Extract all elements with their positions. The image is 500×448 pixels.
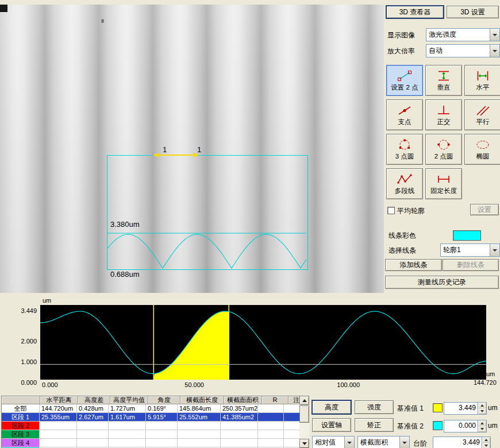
table-cell [221,430,258,439]
segment-label: 区段 3 [2,430,40,439]
3d-viewer-button[interactable]: 3D 查看器 [386,6,444,18]
table-row-3[interactable]: 区段 3 [2,430,300,439]
spin-down-button[interactable] [482,443,490,448]
y-tick-label: 2.000 [2,338,37,345]
parallel-icon [475,104,491,117]
table-cell [77,430,109,439]
table-header-row: 水平距离高度差高度平均值角度横截面长度横截面面积R注 [2,396,300,404]
height-mode-button[interactable]: 高度 [312,400,351,414]
spin-up-button[interactable] [482,437,490,443]
table-row-2[interactable]: 区段 2 [2,422,300,430]
reference2-color-swatch[interactable] [433,421,443,430]
tool-fixed-length-button[interactable]: 固定长度 [425,168,462,199]
reference1-unit: um [488,404,498,412]
table-row-4[interactable]: 区段 4 [2,439,300,447]
table-cell: 144.720um [40,404,77,413]
reference1-label: 基准值 1 [397,404,424,414]
tool-ellipse-button[interactable]: 椭圆 [464,134,500,165]
line-color-label: 线条彩色 [389,231,416,241]
tool-vertical-button[interactable]: 垂直 [425,65,462,96]
table-cell [40,439,77,447]
profile-settings-button[interactable]: 设置 [470,204,499,215]
chevron-down-icon[interactable] [344,437,354,448]
measurement-region-outline[interactable] [107,155,308,270]
tool-parallel-button[interactable]: 平行 [464,99,500,130]
tool-two-point-button[interactable]: 设置 2 点 [386,65,423,96]
tool-label: 设置 2 点 [391,83,418,92]
correction-button[interactable]: 矫正 [355,418,394,432]
spin-down-button[interactable] [478,408,486,414]
table-header-cell[interactable]: 高度差 [78,396,110,404]
set-axis-button[interactable]: 设置轴 [312,418,351,432]
reference2-value[interactable]: 0.000 [444,420,478,432]
chevron-down-icon[interactable] [490,29,499,41]
add-line-button[interactable]: 添加线条 [385,259,442,271]
table-cell [258,439,284,447]
table-header-cell[interactable]: 角度 [148,396,180,404]
average-profile-label: 平均轮廓 [397,206,425,216]
chevron-down-icon[interactable] [399,437,409,448]
tool-orthogonal-button[interactable]: 正交 [425,99,462,130]
microscope-image-view[interactable]: 1 1 3.380um 0.688um [0,5,384,293]
table-header-cell[interactable]: 水平距离 [40,396,78,404]
table-header-cell[interactable]: 横截面长度 [180,396,224,404]
table-header-cell[interactable]: 横截面面积 [224,396,262,404]
reference2-label: 基准值 2 [397,422,424,431]
line-color-swatch[interactable] [453,230,481,241]
arrow-down-icon [302,442,307,445]
display-image-select[interactable]: 激光强度 [426,28,500,41]
step-label: 台阶 [413,439,427,448]
table-cell [77,422,109,430]
magnification-value: 自动 [426,45,490,57]
table-row-0[interactable]: 全部144.720um0.428um1.727um0.169°145.864um… [2,404,300,413]
step-value[interactable]: 3.449 [433,437,482,448]
table-header-cell[interactable]: 注 [289,396,301,404]
tool-circle-3pt-button[interactable]: 3 点圆 [386,134,423,165]
scrollbar-thumb[interactable] [299,405,309,423]
relative-value-select[interactable]: 相对值 [312,436,355,448]
intensity-mode-button[interactable]: 强度 [355,400,394,414]
average-profile-checkbox[interactable] [387,207,395,214]
reference1-color-swatch[interactable] [433,403,443,412]
table-cell: 25.552um [178,413,221,422]
table-header-cell[interactable]: 高度平均值 [110,396,148,404]
segment-label: 全部 [2,404,40,413]
tool-label: 3 点圆 [395,152,414,161]
spin-up-button[interactable] [478,403,486,408]
magnification-select[interactable]: 自动 [426,44,500,57]
line-select[interactable]: 轮廓1 [440,244,500,257]
spin-down-button[interactable] [478,426,486,432]
3d-settings-button[interactable]: 3D 设置 [447,6,499,18]
scroll-up-button[interactable] [299,396,309,405]
reference2-spinner[interactable]: 0.000 [444,420,487,432]
delete-line-button[interactable]: 删除线条 [443,259,499,271]
table-header-cell[interactable]: R [262,396,289,404]
measure-line-handles[interactable] [152,151,200,159]
tool-label: 支点 [398,118,411,126]
measurement-history-button[interactable]: 测量线历史记录 [385,276,499,289]
cross-section-select[interactable]: 横截面积 [357,436,410,448]
tool-horizontal-button[interactable]: 水平 [464,65,500,96]
reference1-spinner[interactable]: 3.449 [444,402,487,415]
marker-label-2: 1 [197,145,201,154]
height-value-label: 3.380um [110,220,140,229]
reference1-value[interactable]: 3.449 [444,403,478,414]
table-cell: 41.385um2 [221,413,258,422]
tool-pivot-button[interactable]: 支点 [386,99,423,130]
display-image-value: 激光强度 [426,29,490,41]
step-value-spinner[interactable]: 3.449 [433,437,491,448]
tool-circle-2pt-button[interactable]: 2 点圆 [425,134,462,165]
tool-polyline-button[interactable]: 多段线 [386,168,423,199]
table-scrollbar[interactable] [299,396,309,448]
chevron-down-icon[interactable] [490,45,499,57]
marker-label-1: 1 [163,145,167,154]
table-cell: 0.169° [146,404,178,413]
table-cell [146,439,178,447]
profile-chart[interactable] [40,305,486,380]
tool-label: 固定长度 [430,187,457,195]
spin-up-button[interactable] [478,420,486,426]
x-tick-label: 100.000 [331,381,366,388]
scroll-down-button[interactable] [299,439,309,448]
chevron-down-icon[interactable] [490,244,499,256]
table-row-1[interactable]: 区段 125.355um2.627um1.617um5.915°25.552um… [2,413,300,422]
